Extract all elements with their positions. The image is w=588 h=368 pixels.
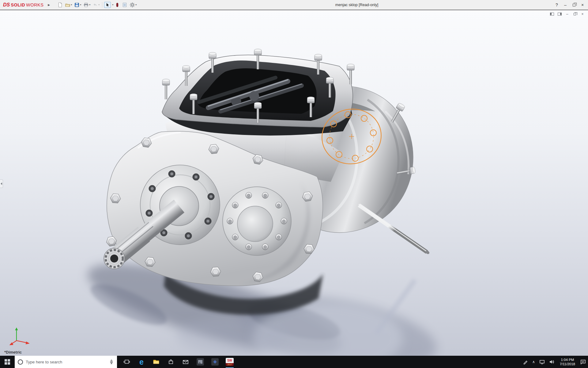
minimize-window-button[interactable]: – — [561, 0, 570, 10]
minimize-document-button[interactable]: – — [565, 12, 570, 17]
restore-document-button[interactable] — [572, 12, 577, 17]
file-explorer-icon — [153, 358, 160, 366]
dev-app-button[interactable] — [208, 356, 222, 368]
titlebar: DS SOLIDWORKS ▶ ▾ ▾ ▾ ▾ — [0, 0, 588, 10]
document-title: menjac sklop [Read-only] — [318, 0, 395, 10]
output-shaft[interactable] — [359, 204, 430, 255]
design-binder-button[interactable] — [121, 2, 128, 8]
restore-document-icon — [574, 13, 576, 15]
close-window-button[interactable]: × — [578, 0, 587, 10]
windows-taskbar: e SW 2017 — [0, 356, 588, 368]
dev-app-icon — [211, 358, 219, 366]
options-gear-icon — [130, 2, 135, 8]
window-controls: ? – × — [552, 0, 587, 10]
appearance-icon — [115, 2, 120, 8]
options-dropdown-caret[interactable]: ▾ — [135, 3, 137, 6]
volume-button[interactable] — [547, 356, 557, 368]
system-tray: ∧ 1:04 PM 7/11/2018 — [521, 356, 588, 368]
select-arrow-icon — [105, 2, 110, 7]
file-explorer-button[interactable] — [149, 356, 164, 368]
store-button[interactable] — [164, 356, 178, 368]
task-view-button[interactable] — [119, 356, 134, 368]
solidworks-logo: DS SOLIDWORKS — [0, 2, 43, 8]
windows-ink-button[interactable] — [521, 356, 530, 368]
orientation-triad-icon — [7, 323, 33, 347]
restore-window-button[interactable] — [570, 0, 578, 10]
task-view-icon — [123, 358, 130, 365]
edge-icon: e — [139, 358, 144, 366]
pane-toggle-left-button[interactable] — [549, 12, 554, 17]
undo-button[interactable]: ▾ — [92, 2, 100, 8]
save-floppy-icon — [74, 2, 80, 8]
pane-right-icon — [558, 13, 562, 16]
menu-expander-icon[interactable]: ▶ — [48, 3, 50, 6]
output-flange-ring[interactable] — [223, 187, 291, 255]
open-folder-icon — [65, 2, 70, 8]
brand-text-solid: SOLID — [11, 2, 25, 7]
sw-badge-year: 2017 — [226, 363, 234, 366]
open-button[interactable]: ▾ — [64, 2, 73, 8]
action-center-icon — [580, 359, 586, 364]
mail-button[interactable] — [178, 356, 193, 368]
solidworks-app-window: DS SOLIDWORKS ▶ ▾ ▾ ▾ ▾ — [0, 0, 588, 368]
document-window-controls: – × — [549, 12, 585, 17]
select-dropdown-caret[interactable]: ▾ — [112, 3, 113, 6]
save-dropdown-caret[interactable]: ▾ — [80, 3, 81, 6]
taskbar-search[interactable] — [15, 356, 117, 368]
help-button[interactable]: ? — [552, 0, 561, 10]
print-dropdown-caret[interactable]: ▾ — [89, 3, 90, 6]
tray-expand-button[interactable]: ∧ — [530, 356, 537, 368]
pane-toggle-right-button[interactable] — [557, 12, 562, 17]
mail-envelope-icon — [182, 358, 189, 365]
collapse-arrow-icon — [1, 182, 2, 185]
undo-icon — [92, 2, 98, 8]
chevron-up-icon: ∧ — [532, 360, 535, 364]
start-button[interactable] — [0, 356, 15, 368]
graphics-viewport[interactable]: – × *Dimetric — [0, 10, 588, 356]
save-button[interactable]: ▾ — [74, 2, 82, 8]
new-document-button[interactable] — [57, 2, 63, 8]
sw-badge-text: SW — [226, 358, 234, 363]
print-icon — [83, 2, 89, 8]
new-document-icon — [57, 2, 63, 8]
options-button[interactable]: ▾ — [129, 2, 137, 8]
photos-app-icon — [197, 358, 204, 366]
microphone-icon[interactable] — [109, 359, 114, 364]
action-center-button[interactable] — [578, 356, 588, 368]
print-button[interactable]: ▾ — [83, 2, 91, 8]
clock-time: 1:04 PM — [561, 358, 574, 362]
ds-logo-icon: DS — [3, 2, 10, 8]
toolbar-separator — [102, 2, 102, 8]
open-dropdown-caret[interactable]: ▾ — [71, 3, 72, 6]
search-input[interactable] — [26, 360, 106, 364]
brand-text-works: WORKS — [26, 2, 43, 7]
pen-icon — [523, 359, 528, 364]
panel-collapse-tab[interactable] — [0, 179, 3, 188]
cortana-icon[interactable] — [18, 359, 23, 365]
windows-logo-icon — [5, 359, 10, 365]
solidworks-app-icon: SW 2017 — [226, 358, 234, 366]
gearbox-3d-model[interactable] — [0, 10, 588, 356]
network-icon — [539, 359, 545, 364]
store-bag-icon — [168, 358, 174, 365]
clock-date: 7/11/2018 — [560, 362, 575, 366]
edge-browser-button[interactable]: e — [134, 356, 149, 368]
pane-left-icon — [550, 13, 554, 16]
restore-icon — [573, 4, 575, 6]
close-document-button[interactable]: × — [580, 12, 585, 17]
speaker-icon — [549, 359, 555, 364]
appearance-button[interactable] — [114, 2, 120, 8]
quick-access-toolbar: ▾ ▾ ▾ ▾ ▾ — [57, 0, 137, 10]
taskbar-apps: e SW 2017 — [119, 356, 237, 368]
photos-app-button[interactable] — [193, 356, 208, 368]
view-orientation-label: *Dimetric — [4, 350, 22, 355]
design-binder-icon — [122, 2, 127, 8]
solidworks-app-button[interactable]: SW 2017 — [222, 356, 237, 368]
select-tool-button[interactable] — [104, 2, 111, 8]
taskbar-clock[interactable]: 1:04 PM 7/11/2018 — [557, 356, 578, 368]
undo-dropdown-caret[interactable]: ▾ — [98, 3, 100, 6]
network-button[interactable] — [537, 356, 547, 368]
